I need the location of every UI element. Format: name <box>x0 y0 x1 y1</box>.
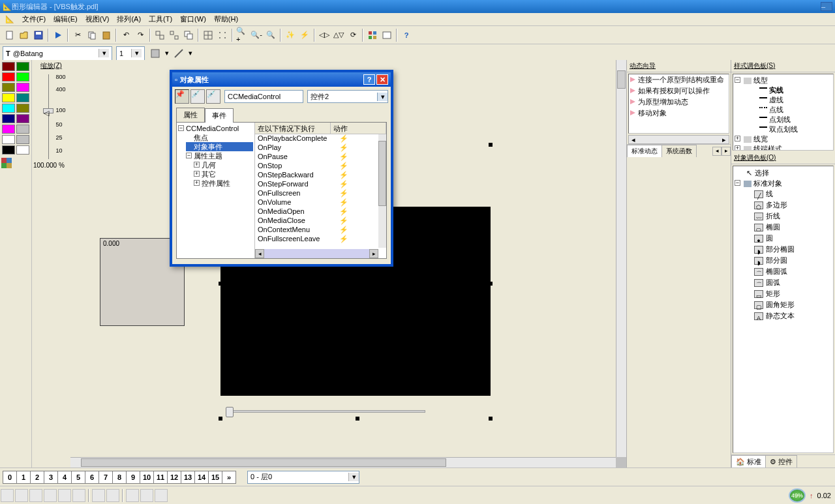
wizard-item[interactable]: 如果有授权则可以操作 <box>629 85 729 96</box>
same-h-button[interactable] <box>140 489 153 502</box>
event-row[interactable]: OnFullscreenLeave⚡ <box>255 235 378 244</box>
paste-button[interactable] <box>100 29 113 42</box>
color-swatch[interactable] <box>2 104 15 113</box>
color-swatch[interactable] <box>16 83 29 92</box>
layer-tab[interactable]: 0 <box>3 471 17 484</box>
color-swatch[interactable] <box>16 135 29 144</box>
dist-h-button[interactable] <box>92 489 105 502</box>
align-bottom-button[interactable] <box>72 489 85 502</box>
object-item[interactable]: A静态文本 <box>742 310 832 321</box>
style-solid[interactable]: 实线 <box>750 85 832 95</box>
tab-properties[interactable]: 属性 <box>176 108 205 122</box>
objects-tab-standard[interactable]: 🏠 标准 <box>731 455 766 468</box>
dialog-tree[interactable]: −CCMediaControl 焦点 对象事件 −属性主题 +几何 +其它 +控… <box>177 123 255 258</box>
align-center-button[interactable] <box>15 489 28 502</box>
col-action[interactable]: 动作 <box>331 123 386 134</box>
fontsize-combo[interactable]: 1 ▾ <box>116 46 145 61</box>
layer-tab[interactable]: 1 <box>16 471 31 484</box>
objects-tab-controls[interactable]: ⚙ 控件 <box>765 455 797 468</box>
flipv-button[interactable]: △▽ <box>332 29 345 42</box>
layer-tab[interactable]: 2 <box>30 471 44 484</box>
dropdown-icon[interactable]: ▾ <box>131 49 142 57</box>
color-picker-icon[interactable] <box>1 158 30 171</box>
object-item[interactable]: ◗部分圆 <box>742 255 832 266</box>
color-swatch[interactable] <box>16 125 29 134</box>
scrollbar-vertical[interactable] <box>616 60 626 457</box>
layer-combo[interactable]: 0 - 层0 ▾ <box>247 471 359 484</box>
object-item[interactable]: ▭矩形 <box>742 288 832 299</box>
event-row[interactable]: OnMediaOpen⚡ <box>255 207 378 216</box>
tab-next-icon[interactable]: ▸ <box>721 147 731 156</box>
color-swatch[interactable] <box>2 145 15 155</box>
instance-combo[interactable]: 控件2▾ <box>307 90 388 103</box>
apply-button[interactable]: 💉 <box>206 89 220 104</box>
menu-edit[interactable]: 编辑(E) <box>50 13 82 25</box>
event-row[interactable]: OnPlay⚡ <box>255 143 378 153</box>
event-row[interactable]: OnStepForward⚡ <box>255 180 378 189</box>
save-button[interactable] <box>32 29 45 42</box>
library-button[interactable] <box>380 29 393 42</box>
dialog-titlebar[interactable]: ▫ 对象属性 ? ✕ <box>172 72 391 87</box>
minimize-button[interactable]: – <box>821 2 832 11</box>
scroll-left-icon[interactable]: ◂ <box>629 136 638 143</box>
color-swatch[interactable] <box>16 145 29 155</box>
event-row[interactable]: OnFullscreen⚡ <box>255 189 378 198</box>
object-item[interactable]: 〰折线 <box>742 211 832 222</box>
align-left-button[interactable] <box>1 489 14 502</box>
menu-file[interactable]: 文件(F) <box>18 13 50 25</box>
wizard-tab-standard[interactable]: 标准动态 <box>627 145 662 157</box>
zoomout-button[interactable]: 🔍- <box>250 29 263 42</box>
layer-tab[interactable]: 11 <box>153 471 168 484</box>
pick-button[interactable]: 💉 <box>190 89 205 104</box>
color-swatch[interactable] <box>2 62 15 71</box>
grid-button[interactable] <box>202 29 215 42</box>
rotate-button[interactable]: ⟳ <box>346 29 359 42</box>
style-dashdotdot[interactable]: 双点划线 <box>750 125 832 134</box>
fill-dd-button[interactable]: ▾ <box>163 47 171 60</box>
color-swatch[interactable] <box>2 125 15 134</box>
color-swatch[interactable] <box>16 62 29 71</box>
lightning-button[interactable]: ⚡ <box>298 29 311 42</box>
dist-v-button[interactable] <box>106 489 119 502</box>
app-menu-icon[interactable]: 📐 <box>5 15 14 23</box>
layer-tab[interactable]: 3 <box>44 471 58 484</box>
object-item[interactable]: ●圆 <box>742 233 832 244</box>
color-swatch[interactable] <box>2 93 15 102</box>
copy-button[interactable] <box>85 29 99 42</box>
layer-tab[interactable]: 6 <box>85 471 99 484</box>
color-swatch[interactable] <box>16 72 29 82</box>
color-swatch[interactable] <box>2 135 15 144</box>
line-button[interactable] <box>172 47 185 60</box>
group-button[interactable] <box>153 29 166 42</box>
color-swatch[interactable] <box>16 104 29 113</box>
event-row[interactable]: OnStop⚡ <box>255 162 378 171</box>
style-dash[interactable]: 虚线 <box>750 95 832 105</box>
cut-button[interactable]: ✂ <box>71 29 84 42</box>
object-item[interactable]: ⌒圆弧 <box>742 277 832 288</box>
layer-tab[interactable]: 5 <box>71 471 85 484</box>
scrollbar-horizontal[interactable] <box>70 457 616 467</box>
object-item[interactable]: ⬭椭圆 <box>742 222 832 233</box>
wizard-button[interactable]: ✨ <box>284 29 297 42</box>
slider-thumb[interactable] <box>226 407 234 417</box>
object-item[interactable]: ⌒椭圆弧 <box>742 266 832 277</box>
tab-prev-icon[interactable]: ◂ <box>712 147 721 156</box>
fill-button[interactable] <box>149 47 162 60</box>
dropdown-icon[interactable]: ▾ <box>99 49 109 57</box>
layer-tab[interactable]: 15 <box>208 471 222 484</box>
class-field[interactable]: CCMediaControl <box>224 90 303 103</box>
zoomin-button[interactable]: 🔍+ <box>235 29 249 42</box>
font-combo[interactable]: T @Batang ▾ <box>3 46 112 61</box>
redo-button[interactable]: ↷ <box>134 29 147 42</box>
tree-node[interactable]: +控件属性 <box>194 179 253 188</box>
open-button[interactable] <box>18 29 31 42</box>
dialog-scrollbar-h[interactable]: ◂▸ <box>255 249 378 258</box>
event-row[interactable]: OnPlaybackComplete⚡ <box>255 134 378 143</box>
menu-tools[interactable]: 工具(T) <box>145 13 176 25</box>
zoom-thumb[interactable]: ◁ <box>43 108 53 113</box>
color-swatch[interactable] <box>16 93 29 102</box>
layer-more[interactable]: » <box>222 471 236 484</box>
event-row[interactable]: OnContextMenu⚡ <box>255 226 378 235</box>
help-button[interactable]: ? <box>400 29 413 42</box>
tree-node[interactable]: +其它 <box>194 170 253 179</box>
